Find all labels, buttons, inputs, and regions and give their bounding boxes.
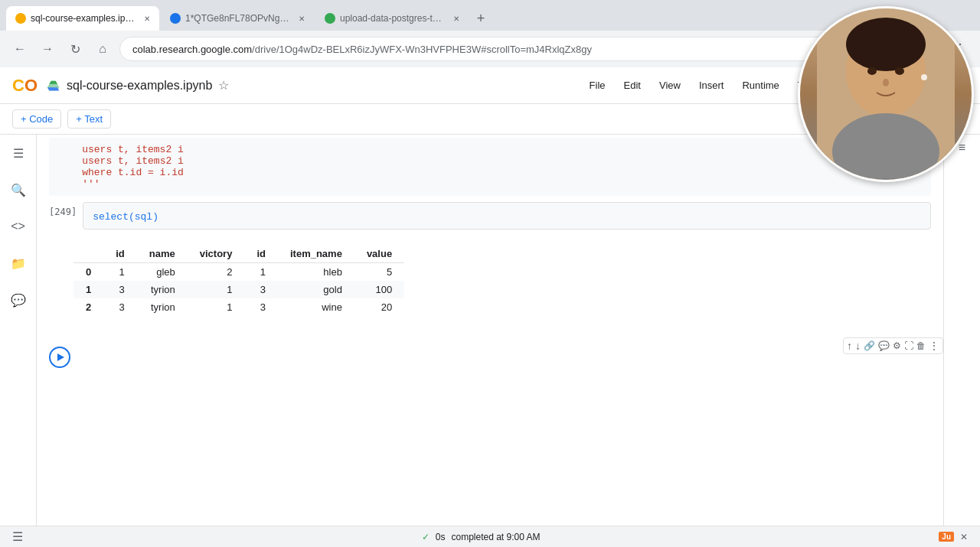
col-header-id: id <box>103 245 137 263</box>
colab-title: sql-course-examples.ipynb ☆ <box>47 78 573 93</box>
status-check-icon: ✓ <box>422 532 430 542</box>
back-button[interactable]: ← <box>9 38 31 60</box>
menu-edit[interactable]: Edit <box>616 77 648 94</box>
cell-comment-button[interactable]: 💬 <box>878 340 890 351</box>
col-header-value: value <box>354 245 404 263</box>
sidebar-files-icon[interactable]: 📁 <box>6 251 31 275</box>
tab-2-favicon <box>170 13 181 24</box>
tab-3-label: upload-data-postgres-templa... <box>340 13 446 24</box>
jupyter-badge: Ju <box>939 532 954 542</box>
col-header-item-name: item_name <box>278 245 354 263</box>
status-time: 0s <box>436 532 446 542</box>
forward-button[interactable]: → <box>37 38 58 60</box>
svg-point-2 <box>846 18 926 71</box>
sidebar-right-icon[interactable]: ≡ <box>959 141 965 155</box>
svg-point-3 <box>867 67 877 75</box>
home-button[interactable]: ⌂ <box>92 38 113 60</box>
svg-point-8 <box>921 74 927 80</box>
row-0-id: 1 <box>103 263 137 282</box>
sidebar-panel: ☰ 🔍 <> 📁 💬 <box>0 135 37 547</box>
row-1-id2: 3 <box>244 281 278 298</box>
status-bar: ☰ ✓ 0s completed at 9:00 AM Ju ✕ <box>0 526 980 547</box>
row-2-id: 3 <box>103 298 137 316</box>
row-2-value: 20 <box>354 298 404 316</box>
run-button[interactable] <box>49 347 70 368</box>
row-1-item-name: gold <box>278 281 354 298</box>
add-code-button[interactable]: + Code <box>12 109 61 129</box>
code-line-2[interactable]: users t, items2 i <box>58 155 922 167</box>
status-message: completed at 9:00 AM <box>451 532 540 542</box>
url-text: colab.research.google.com/drive/1Og4wDz-… <box>132 44 592 55</box>
reload-button[interactable]: ↻ <box>64 38 86 60</box>
row-0-victory: 2 <box>188 263 245 282</box>
cell-249-number: [249] <box>49 202 77 217</box>
cell-up-button[interactable]: ↑ <box>847 340 852 352</box>
row-2-id2: 3 <box>244 298 278 316</box>
menu-runtime[interactable]: Runtime <box>734 77 786 94</box>
row-0-id2: 1 <box>244 263 278 282</box>
empty-cell-content <box>49 340 931 374</box>
table-row: 1 3 tyrion 1 3 gold 100 <box>74 281 404 298</box>
tab-2[interactable]: 1*QTGe8nFL78OPvNgju8CUq... ✕ <box>161 6 314 31</box>
new-tab-button[interactable]: + <box>470 8 492 29</box>
row-1-victory: 1 <box>188 281 245 298</box>
row-0-name: gleb <box>137 263 188 282</box>
empty-cell: ↑ ↓ 🔗 💬 ⚙ ⛶ 🗑 ⋮ <box>37 340 943 374</box>
row-0-item-name: hleb <box>278 263 354 282</box>
cell-expand-button[interactable]: ⛶ <box>904 340 913 351</box>
row-2-index: 2 <box>74 298 103 316</box>
cell-down-button[interactable]: ↓ <box>855 340 861 352</box>
sidebar-search-icon[interactable]: 🔍 <box>6 177 31 202</box>
code-line-4: ''' <box>58 178 922 190</box>
menu-file[interactable]: File <box>582 77 613 94</box>
col-header-index <box>74 245 103 263</box>
code-line-3: where t.id = i.id <box>58 167 922 178</box>
cell-settings-button[interactable]: ⚙ <box>893 340 901 351</box>
tab-3[interactable]: upload-data-postgres-templa... ✕ <box>315 6 469 31</box>
cell-link-button[interactable]: 🔗 <box>864 340 875 351</box>
output-table: id name victory id item_name value 0 1 g <box>74 245 404 316</box>
col-header-name: name <box>137 245 188 263</box>
notebook-content: users t, items2 i users t, items2 i wher… <box>37 135 943 547</box>
colab-logo: CO <box>12 76 38 96</box>
notebook-title[interactable]: sql-course-examples.ipynb <box>67 79 212 93</box>
row-1-name: tyrion <box>137 281 188 298</box>
tab-3-close[interactable]: ✕ <box>453 15 459 23</box>
sidebar-toc-icon[interactable]: ☰ <box>6 141 31 165</box>
sidebar-code-icon[interactable]: <> <box>6 214 31 239</box>
row-1-index: 1 <box>74 281 103 298</box>
sidebar-comments-icon[interactable]: 💬 <box>6 288 31 312</box>
sidebar-right: ≡ <box>943 135 980 547</box>
col-header-victory: victory <box>188 245 245 263</box>
tab-1-close[interactable]: ✕ <box>144 15 150 23</box>
tab-1-label: sql-course-examples.ipynb - <box>31 13 136 24</box>
row-0-value: 5 <box>354 263 404 282</box>
cell-249: [249] select(sql) <box>37 202 943 230</box>
tab-2-label: 1*QTGe8nFL78OPvNgju8CUq... <box>185 13 291 24</box>
table-row: 2 3 tyrion 1 3 wine 20 <box>74 298 404 316</box>
svg-point-4 <box>895 67 904 75</box>
notebook-body: ☰ 🔍 <> 📁 💬 users t, items2 i users t, it… <box>0 135 980 547</box>
cell-input[interactable] <box>77 348 931 366</box>
star-icon[interactable]: ☆ <box>218 78 229 93</box>
cell-249-code[interactable]: select(sql) <box>93 211 158 223</box>
output-area: id name victory id item_name value 0 1 g <box>37 233 943 328</box>
cell-delete-button[interactable]: 🗑 <box>916 340 926 351</box>
webcam-overlay <box>798 6 974 182</box>
drive-icon <box>47 79 60 93</box>
code-cell-sql: users t, items2 i users t, items2 i wher… <box>37 138 943 196</box>
row-2-victory: 1 <box>188 298 245 316</box>
person-image <box>817 10 955 178</box>
add-text-button[interactable]: + Text <box>67 109 111 129</box>
menu-view[interactable]: View <box>652 77 688 94</box>
row-0-index: 0 <box>74 263 103 282</box>
cell-more-button[interactable]: ⋮ <box>929 340 939 352</box>
menu-insert[interactable]: Insert <box>691 77 732 94</box>
bottom-left-icon[interactable]: ☰ <box>12 529 23 544</box>
svg-point-5 <box>883 79 889 86</box>
tab-1-active[interactable]: sql-course-examples.ipynb - ✕ <box>6 6 159 31</box>
tab-2-close[interactable]: ✕ <box>299 15 305 23</box>
bottom-right-icon[interactable]: ✕ <box>960 532 968 542</box>
row-2-item-name: wine <box>278 298 354 316</box>
row-1-value: 100 <box>354 281 404 298</box>
